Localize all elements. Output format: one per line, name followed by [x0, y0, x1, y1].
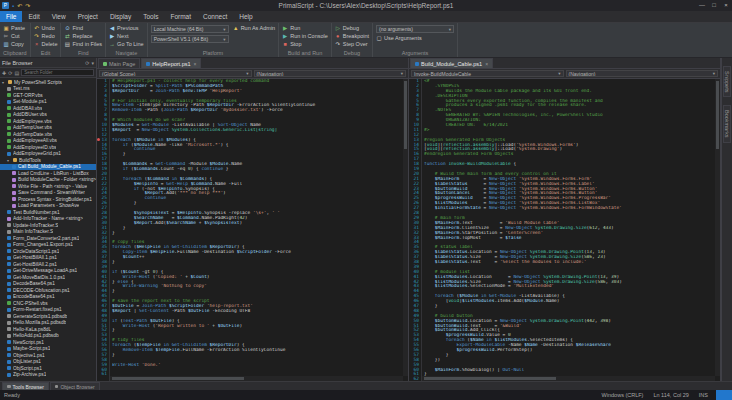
ribbon-group-navigate: ◀Previous▶Next→Go To LineNavigate	[106, 23, 148, 57]
expander-icon[interactable]: ▾	[2, 80, 6, 85]
ribbon-tab-help[interactable]: Help	[233, 11, 258, 22]
file-tree-item-label: Form_Changes1.Export.ps1	[13, 242, 73, 247]
undo-button[interactable]: ↶Undo	[34, 24, 58, 32]
expander-icon[interactable]: ▾	[7, 158, 11, 163]
bottom-tab-label: Tools Browser	[13, 384, 44, 390]
file-tree-item-label: Load Parameters - ShowAve	[18, 203, 79, 208]
no-arguments-combo[interactable]: (no arguments)▾	[376, 25, 454, 33]
breakpoint-icon[interactable]	[97, 138, 100, 141]
horizontal-scrollbar[interactable]	[422, 376, 715, 381]
editor-pane-2: Build_Module_Cable.ps1×Invoke-BuildModul…	[409, 58, 721, 381]
document-tab-row: Main PageHelpReport.ps1×	[97, 58, 408, 69]
ribbon-body: ▣Paste✂Cut▥CopyClipboard↶Undo↷Redo×Delet…	[0, 23, 732, 58]
maximize-button[interactable]: □	[708, 0, 720, 11]
bottom-tab-label: Object Browser	[60, 384, 94, 390]
run-as-admin-icon: ▲	[233, 25, 239, 31]
cut-icon: ✂	[3, 33, 9, 39]
run-in-console-button[interactable]: ▶Run in Console	[282, 32, 328, 40]
file-tree-item-label: Objective1.ps1	[13, 353, 45, 358]
file-tree-item-label: Hello-KaLa.ps8dL	[13, 327, 51, 332]
document-tab-build-module-cable-ps1[interactable]: Build_Module_Cable.ps1×	[410, 58, 493, 68]
stop-icon: ■	[282, 41, 288, 47]
file-tree-item[interactable]: Zip-Archive.ps1	[0, 372, 96, 379]
run-as-admin-button[interactable]: ▲Run As Admin	[233, 24, 276, 32]
file-tree-item-label: Maybe-Script.ps1	[13, 346, 50, 351]
line-number: 62	[409, 377, 419, 381]
powershell-v5-1-64-bit-combo[interactable]: PowerShell V5.1 (64 Bit)▾	[151, 35, 229, 43]
document-tab-helpreport-ps1[interactable]: HelpReport.ps1×	[141, 58, 201, 68]
redo-icon[interactable]: ↷	[25, 3, 30, 9]
file-tree-item-label: AddTempDate.vbs	[13, 132, 52, 137]
file-tree-item-label: Form-Restart.fixed.ps1	[13, 307, 62, 312]
delete-button[interactable]: ×Delete	[34, 40, 58, 48]
minimize-button[interactable]: —	[696, 0, 708, 11]
paste-button[interactable]: ▣Paste	[3, 24, 25, 32]
code-lines: # HelpReport.ps1 - collect help for ever…	[110, 79, 408, 381]
ribbon-tab-project[interactable]: Project	[72, 11, 104, 22]
use-arguments-button[interactable]: ▢Use Arguments	[376, 34, 454, 42]
ribbon-tab-connect[interactable]: Connect	[197, 11, 233, 22]
cut-button[interactable]: ✂Cut	[3, 32, 25, 40]
scope-dropdown[interactable]: (Global Scope)▾	[99, 70, 252, 77]
chevron-down-icon[interactable]: ▾	[91, 60, 94, 66]
ribbon-tab-edit[interactable]: Edit	[22, 11, 45, 22]
copy-button[interactable]: ▥Copy	[3, 40, 25, 48]
navigation-dropdown[interactable]: (Navigation)▾	[566, 70, 719, 77]
document-tab-main-page[interactable]: Main Page	[98, 58, 140, 68]
chevron-down-icon: ▾	[246, 71, 248, 76]
vertical-scrollbar[interactable]	[403, 79, 408, 376]
ps1-icon	[7, 366, 11, 370]
ribbon-tab-display[interactable]: Display	[104, 11, 137, 22]
find-icon: ⊙	[64, 25, 70, 31]
bottom-tab-object-browser[interactable]: Object Browser	[50, 382, 100, 390]
file-tree-item[interactable]: Add-InfoTracker - Name <string>	[0, 216, 96, 223]
ribbon-tab-format[interactable]: Format	[164, 11, 197, 22]
file-browser-title: File Browser	[2, 60, 33, 66]
close-icon[interactable]: ×	[194, 61, 197, 67]
ribbon-tab-view[interactable]: View	[46, 11, 72, 22]
list-view-icon[interactable]: ▤	[14, 70, 19, 76]
find-button[interactable]: ⊙Find	[64, 24, 102, 32]
horizontal-scrollbar[interactable]	[110, 376, 403, 381]
close-icon[interactable]: ×	[485, 61, 488, 67]
refresh-icon[interactable]: ⟳	[8, 70, 12, 76]
vertical-scrollbar[interactable]	[715, 79, 720, 376]
debug-icon: ▷	[335, 25, 341, 31]
ribbon-tab-tools[interactable]: Tools	[137, 11, 164, 22]
next-button[interactable]: ▶Next	[109, 32, 144, 40]
redo-button[interactable]: ↷Redo	[34, 32, 58, 40]
side-tab-snippets[interactable]: Snippets	[723, 66, 731, 97]
search-input[interactable]	[21, 69, 94, 76]
go-to-line-button[interactable]: →Go To Line	[109, 40, 144, 48]
stop-button[interactable]: ■Stop	[282, 40, 328, 48]
ribbon-tab-file[interactable]: File	[0, 11, 22, 22]
bottom-tab-tools-browser[interactable]: Tools Browser	[2, 382, 49, 390]
navigation-dropdown[interactable]: (Navigation)▾	[254, 70, 407, 77]
add-icon[interactable]: ✚	[2, 70, 6, 76]
find-in-files-button[interactable]: ▤Find in Files	[64, 40, 102, 48]
file-tree-item-label: Process Syntax - StringBuilder.ps1	[18, 197, 92, 202]
debug-button[interactable]: ▷Debug	[335, 24, 369, 32]
undo-icon[interactable]: ↶	[17, 3, 22, 9]
use-arguments-icon: ▢	[376, 35, 382, 41]
ps1-icon	[7, 100, 11, 104]
vbs-icon	[7, 301, 11, 305]
fn-icon	[12, 178, 16, 182]
close-button[interactable]: ×	[720, 0, 732, 11]
file-tree-item-label: Get-DriveMessage.LoadA.ps1	[13, 268, 77, 273]
replace-button[interactable]: ⇄Replace	[64, 32, 102, 40]
refresh-icon[interactable]: ⟳	[85, 60, 89, 66]
breakpoint-button[interactable]: ●Breakpoint	[335, 32, 369, 40]
file-tree-item-label: Get-HostBillAll.1.ps1	[13, 255, 57, 260]
run-button[interactable]: ▶Run	[282, 24, 328, 32]
ribbon-group-label: Edit	[34, 49, 58, 57]
previous-button[interactable]: ◀Previous	[109, 24, 144, 32]
main-area: File Browser ⟳▾ ✚⟳▤ ▾My PowerShell Scrip…	[0, 58, 732, 381]
save-icon[interactable]: ▪	[12, 3, 14, 9]
step-over-button[interactable]: ↷Step Over	[335, 40, 369, 48]
scope-dropdown[interactable]: Invoke-BuildModuleCable▾	[411, 70, 564, 77]
fn-icon	[12, 184, 16, 188]
local-machine-64-bit-combo[interactable]: Local Machine (64 Bit)▾	[151, 25, 229, 33]
side-tab-bookmarks[interactable]: Bookmarks	[723, 105, 731, 143]
ps1-icon	[7, 282, 11, 286]
